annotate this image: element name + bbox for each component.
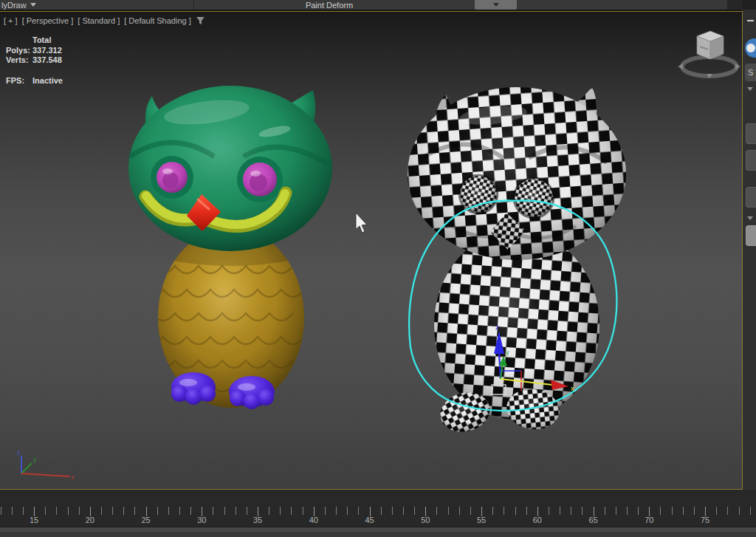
timeline-tick bbox=[101, 507, 102, 515]
panel-button[interactable] bbox=[746, 123, 756, 144]
timeline-tick bbox=[247, 507, 247, 515]
timeline-tick bbox=[392, 507, 393, 515]
ribbon-tab-polydraw[interactable]: lyDraw bbox=[1, 0, 36, 10]
s-button-label: S bbox=[748, 68, 753, 77]
timeline-tick bbox=[526, 507, 527, 515]
timeline-tick bbox=[470, 507, 471, 515]
blue-toggle-button[interactable] bbox=[745, 38, 756, 58]
timeline-tick bbox=[694, 507, 695, 515]
timeline-tick bbox=[616, 507, 616, 515]
timeline-frame-label: 30 bbox=[197, 516, 206, 524]
timeline-tick bbox=[269, 507, 269, 515]
timeline-frame-label: 50 bbox=[421, 516, 430, 524]
timeline-tick bbox=[560, 507, 560, 515]
chevron-down-icon[interactable] bbox=[747, 216, 753, 220]
timeline-tick bbox=[1, 507, 1, 515]
timeline-tick bbox=[638, 507, 639, 515]
timeline-ruler[interactable]: 15202530354045505560657075 bbox=[0, 490, 756, 527]
owl-colored-model[interactable] bbox=[128, 86, 332, 409]
owl-checkered-model[interactable] bbox=[408, 87, 626, 437]
timeline-bar: 15202530354045505560657075 bbox=[0, 490, 756, 537]
paint-deform-label: Paint Deform bbox=[306, 1, 353, 10]
timeline-tick bbox=[683, 507, 684, 515]
perspective-viewport[interactable]: [ + ] [ Perspective ] [ Standard ] [ Def… bbox=[0, 11, 743, 490]
timeline-frame-label: 35 bbox=[253, 516, 262, 524]
timeline-frame-label: 15 bbox=[30, 516, 38, 524]
timeline-tick bbox=[716, 507, 717, 515]
ribbon-divider bbox=[193, 0, 194, 10]
timeline-tick bbox=[157, 507, 158, 515]
timeline-tick bbox=[381, 507, 382, 515]
gizmo-y-label: y bbox=[506, 349, 509, 356]
timeline-frame-label: 25 bbox=[141, 516, 150, 524]
world-axis-z-label: z bbox=[17, 449, 21, 456]
timeline-frame-label: 75 bbox=[701, 516, 709, 524]
minimize-icon[interactable] bbox=[747, 20, 754, 21]
view-cube[interactable] bbox=[678, 31, 740, 78]
timeline-tick bbox=[571, 507, 571, 515]
timeline-tick bbox=[23, 507, 24, 515]
timeline-frame-label: 20 bbox=[86, 516, 94, 524]
timeline-tick bbox=[280, 507, 281, 515]
timeline-frame-label: 45 bbox=[365, 516, 374, 524]
timeline-tick bbox=[660, 507, 661, 515]
s-button[interactable]: S bbox=[745, 64, 756, 81]
timeline-tick bbox=[12, 507, 13, 515]
timeline-tick bbox=[627, 507, 628, 515]
timeline-frame-label: 65 bbox=[588, 516, 597, 524]
timeline-tick bbox=[492, 507, 493, 515]
timeline-tick bbox=[750, 507, 751, 515]
timeline-tick bbox=[459, 507, 460, 515]
timeline-tick bbox=[134, 507, 135, 515]
timeline-tick bbox=[605, 507, 605, 515]
timeline-tick bbox=[68, 507, 69, 515]
timeline-tick bbox=[347, 507, 348, 515]
ribbon-tab-paint-deform[interactable]: Paint Deform bbox=[306, 0, 353, 10]
world-axis-y-label: y bbox=[33, 456, 37, 463]
chevron-down-icon bbox=[30, 3, 36, 7]
timeline-tick bbox=[213, 507, 213, 515]
timeline-tick bbox=[79, 507, 80, 515]
gizmo-z-label: z bbox=[495, 324, 499, 331]
circle-icon bbox=[746, 44, 755, 52]
timeline-tick bbox=[45, 507, 46, 515]
timeline-tick bbox=[739, 507, 740, 515]
timeline-tick bbox=[336, 507, 337, 515]
polydraw-label: lyDraw bbox=[1, 1, 27, 10]
timeline-tick bbox=[672, 507, 673, 515]
timeline-bottom-spacer bbox=[0, 532, 756, 537]
timeline-frame-label: 60 bbox=[533, 516, 542, 524]
timeline-tick bbox=[168, 507, 169, 515]
timeline-tick bbox=[291, 507, 292, 515]
track-bar[interactable] bbox=[0, 527, 756, 532]
timeline-frame-label: 40 bbox=[309, 516, 318, 524]
panel-top-spacer bbox=[743, 0, 756, 10]
3dsmax-window: lyDraw Paint Deform [ + ] [ Perspective … bbox=[0, 0, 756, 537]
timeline-tick bbox=[515, 507, 516, 515]
timeline-tick bbox=[123, 507, 124, 515]
panel-button[interactable] bbox=[746, 150, 756, 171]
panel-button[interactable] bbox=[746, 187, 756, 208]
panel-button-active[interactable] bbox=[746, 225, 756, 246]
timeline-tick bbox=[325, 507, 326, 515]
scene-canvas: z y x z y bbox=[0, 12, 742, 489]
ribbon-expand-button[interactable] bbox=[475, 0, 517, 10]
chevron-down-icon[interactable] bbox=[747, 87, 753, 91]
timeline-tick bbox=[303, 507, 303, 515]
command-panel-edge: S bbox=[743, 0, 756, 490]
timeline-tick bbox=[56, 507, 57, 515]
world-axis-x-label: x bbox=[71, 473, 75, 481]
gizmo-x-label: x bbox=[571, 385, 574, 392]
timeline-frame-label: 55 bbox=[477, 516, 486, 524]
timeline-tick bbox=[224, 507, 225, 515]
timeline-tick bbox=[358, 507, 359, 515]
mouse-cursor bbox=[356, 213, 367, 233]
timeline-tick bbox=[190, 507, 191, 515]
ribbon-bar: lyDraw Paint Deform bbox=[0, 0, 756, 11]
world-axis-gizmo: z y x bbox=[17, 449, 75, 481]
timeline-tick bbox=[448, 507, 449, 515]
timeline-tick bbox=[414, 507, 415, 515]
timeline-tick bbox=[403, 507, 404, 515]
chevron-down-icon bbox=[493, 3, 499, 7]
timeline-tick bbox=[179, 507, 180, 515]
